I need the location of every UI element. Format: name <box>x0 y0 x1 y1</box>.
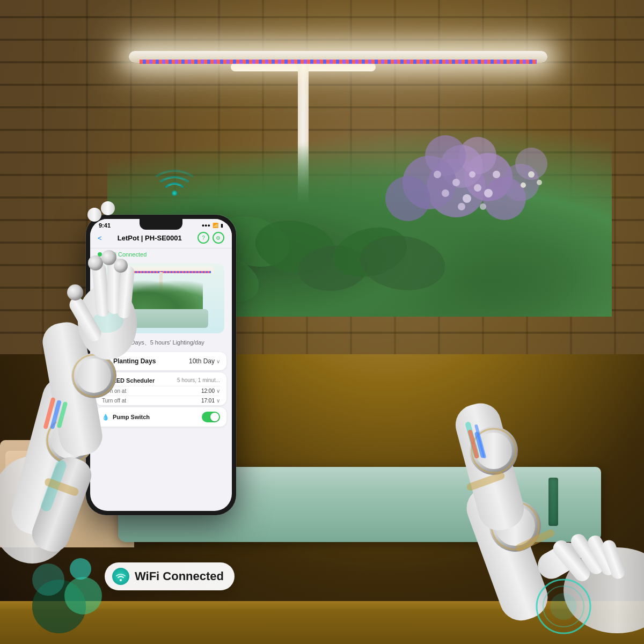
led-scheduler-card: 🕐 LED Scheduler 5 hours, 1 minut... Turn… <box>96 372 226 405</box>
wifi-plant-badge <box>156 166 193 199</box>
phone-frame: 9:41 ●●● 📶 ▮ < LetPot | PH-SE0001 ? ⚙ <box>86 215 236 515</box>
planting-days-card[interactable]: 📅 Planting Days 10th Day ∨ <box>96 352 226 370</box>
svg-point-12 <box>452 179 460 186</box>
wifi-status-row: WiFi Connected <box>90 248 232 260</box>
svg-point-21 <box>521 182 526 188</box>
svg-point-10 <box>463 194 471 203</box>
svg-point-87 <box>120 579 122 581</box>
turn-on-value: 12:00 ∨ <box>201 388 220 394</box>
wifi-status-icon: 📶 <box>213 223 218 228</box>
wifi-connected-dot <box>98 252 102 257</box>
wifi-badge-icon-container <box>112 568 129 585</box>
turn-off-value: 17:01 ∨ <box>201 398 220 404</box>
pump-row: 💧 Pump Switch <box>96 407 226 427</box>
turn-on-row[interactable]: Turn on at 12:00 ∨ <box>96 386 226 396</box>
svg-point-13 <box>484 189 493 197</box>
led-label-text: LED Scheduler <box>113 377 155 384</box>
battery-icon: ▮ <box>221 223 223 228</box>
planting-days-label: 📅 Planting Days <box>102 357 156 365</box>
phone-notch <box>140 219 182 230</box>
svg-point-31 <box>172 191 177 196</box>
mini-plant-trough <box>114 309 208 328</box>
status-time: 9:41 <box>99 222 111 229</box>
settings-button[interactable]: ⚙ <box>213 232 224 244</box>
app-header: < LetPot | PH-SE0001 ? ⚙ <box>90 230 232 248</box>
pump-switch-card[interactable]: 💧 Pump Switch <box>96 407 226 427</box>
turn-off-chevron: ∨ <box>216 398 220 404</box>
phone-screen: 9:41 ●●● 📶 ▮ < LetPot | PH-SE0001 ? ⚙ <box>90 219 232 511</box>
pump-label-text: Pump Switch <box>113 414 150 420</box>
wifi-plant-icon <box>156 166 193 199</box>
led-header-row: 🕐 LED Scheduler 5 hours, 1 minut... <box>96 372 226 386</box>
svg-point-11 <box>474 184 481 192</box>
wifi-connected-text: WiFi Connected <box>135 569 224 583</box>
turn-on-label: Turn on at <box>102 388 126 394</box>
clock-icon: 🕐 <box>102 377 109 384</box>
app-title: LetPot | PH-SE0001 <box>118 234 182 242</box>
bench-surface <box>0 601 644 644</box>
planting-days-number: 10th Day <box>189 357 215 365</box>
svg-point-16 <box>434 171 441 178</box>
phone-mockup: 9:41 ●●● 📶 ▮ < LetPot | PH-SE0001 ? ⚙ <box>86 215 236 515</box>
app-plant-image <box>98 264 224 333</box>
svg-point-14 <box>442 189 449 197</box>
turn-off-label: Turn off at <box>102 398 126 404</box>
signal-icon: ●●● <box>202 223 210 228</box>
app-header-icons: ? ⚙ <box>197 232 224 244</box>
svg-point-17 <box>469 171 475 178</box>
calendar-icon: 📅 <box>102 357 110 365</box>
svg-point-8 <box>385 176 430 221</box>
turn-on-time: 12:00 <box>201 388 215 394</box>
svg-point-20 <box>528 171 535 178</box>
pump-toggle[interactable] <box>202 412 220 422</box>
wifi-connected-badge: WiFi Connected <box>105 562 235 590</box>
status-icons: ●●● 📶 ▮ <box>202 223 223 228</box>
turn-off-time: 17:01 <box>201 398 215 404</box>
svg-point-22 <box>537 180 542 185</box>
grow-light-bar <box>129 51 547 63</box>
led-summary: 5 hours, 1 minut... <box>177 377 220 383</box>
svg-point-6 <box>425 135 466 176</box>
wifi-connected-icon <box>115 572 126 581</box>
planting-days-row: 📅 Planting Days 10th Day ∨ <box>96 352 226 370</box>
svg-point-19 <box>480 203 486 210</box>
turn-off-row[interactable]: Turn off at 17:01 ∨ <box>96 396 226 405</box>
back-button[interactable]: < <box>98 234 102 242</box>
help-button[interactable]: ? <box>197 232 209 244</box>
pump-icon: 💧 <box>102 414 109 421</box>
planting-days-value: 10th Day ∨ <box>189 357 220 365</box>
app-plant-info: 10th Days、5 hours' Lighting/day <box>90 336 232 350</box>
chevron-down-icon: ∨ <box>216 358 220 364</box>
wifi-connected-label: WiFi Connected <box>105 251 147 258</box>
svg-point-15 <box>493 171 500 178</box>
mini-light-bar <box>108 268 214 272</box>
turn-on-chevron: ∨ <box>216 388 220 394</box>
led-label: 🕐 LED Scheduler <box>102 377 155 384</box>
svg-point-18 <box>458 203 465 210</box>
pump-label: 💧 Pump Switch <box>102 414 150 421</box>
planting-days-text: Planting Days <box>113 357 156 365</box>
